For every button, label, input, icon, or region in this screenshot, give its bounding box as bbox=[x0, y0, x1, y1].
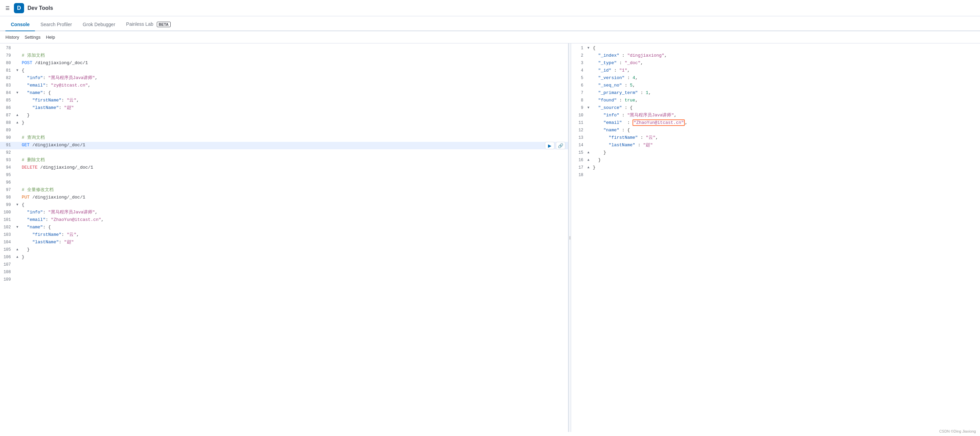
table-row: 104 "lastName": "赵" bbox=[0, 239, 568, 246]
list-item: 15 ▲ } bbox=[571, 149, 980, 157]
run-button[interactable]: ▶ bbox=[545, 142, 554, 149]
table-row: 88 ▲ } bbox=[0, 119, 568, 127]
table-row: 89 bbox=[0, 127, 568, 134]
app-icon: D bbox=[14, 3, 24, 13]
table-row: 87 ▲ } bbox=[0, 112, 568, 119]
watermark: CSDN ©Ding Jiaxiong bbox=[939, 429, 976, 432]
table-row: 108 bbox=[0, 269, 568, 276]
beta-badge: BETA bbox=[157, 22, 171, 27]
editor-panel: 78 79 # 添加文档 80 POST /dingjiaxiong/_doc/… bbox=[0, 43, 568, 432]
table-row: 84 ▼ "name": { bbox=[0, 89, 568, 97]
editor-content[interactable]: 78 79 # 添加文档 80 POST /dingjiaxiong/_doc/… bbox=[0, 43, 568, 432]
list-item: 9 ▼ "_source" : { bbox=[571, 105, 980, 112]
table-row: 92 bbox=[0, 149, 568, 157]
table-row: 96 bbox=[0, 179, 568, 187]
table-row: 85 "firstName": "云", bbox=[0, 97, 568, 105]
sub-nav: History Settings Help bbox=[0, 31, 980, 43]
hamburger-icon[interactable]: ☰ bbox=[5, 5, 10, 11]
list-item: 16 ▲ } bbox=[571, 157, 980, 164]
top-bar: ☰ D Dev Tools bbox=[0, 0, 980, 16]
list-item: 4 "_id" : "1", bbox=[571, 67, 980, 75]
table-row: 81 ▼ { bbox=[0, 67, 568, 75]
list-item: 2 "_index" : "dingjiaxiong", bbox=[571, 52, 980, 60]
table-row: 107 bbox=[0, 261, 568, 269]
table-row: 101 "email": "ZhaoYun@itcast.cn", bbox=[0, 216, 568, 224]
table-row: 86 "lastName": "赵" bbox=[0, 105, 568, 112]
subnav-help[interactable]: Help bbox=[46, 33, 55, 41]
table-row: 90 # 查询文档 bbox=[0, 134, 568, 142]
table-row: 106 ▲ } bbox=[0, 254, 568, 261]
table-row: 91 GET /dingjiaxiong/_doc/1 ▶ 🔗 bbox=[0, 142, 568, 149]
line-actions: ▶ 🔗 bbox=[545, 142, 565, 149]
app-title: Dev Tools bbox=[27, 5, 53, 11]
subnav-settings[interactable]: Settings bbox=[24, 33, 40, 41]
list-item: 18 bbox=[571, 172, 980, 179]
tab-grok-debugger[interactable]: Grok Debugger bbox=[77, 18, 121, 31]
output-content[interactable]: 1 ▼ { 2 "_index" : "dingjiaxiong", 3 "_t… bbox=[571, 43, 980, 432]
table-row: 83 "email": "zy@itcast.cn", bbox=[0, 82, 568, 89]
table-row: 95 bbox=[0, 172, 568, 179]
list-item: 14 "lastName" : "赵" bbox=[571, 142, 980, 149]
tab-painless-lab[interactable]: Painless Lab BETA bbox=[121, 18, 176, 31]
list-item: 5 "_version" : 4, bbox=[571, 75, 980, 82]
list-item: 1 ▼ { bbox=[571, 45, 980, 52]
table-row: 94 DELETE /dingjiaxiong/_doc/1 bbox=[0, 164, 568, 172]
panel-divider[interactable]: ‖ bbox=[568, 43, 571, 432]
nav-tabs: Console Search Profiler Grok Debugger Pa… bbox=[0, 16, 980, 31]
list-item: 12 "name" : { bbox=[571, 127, 980, 134]
tab-search-profiler[interactable]: Search Profiler bbox=[35, 18, 77, 31]
table-row: 79 # 添加文档 bbox=[0, 52, 568, 60]
table-row: 93 # 删除文档 bbox=[0, 157, 568, 164]
list-item: 13 "firstName" : "云", bbox=[571, 134, 980, 142]
table-row: 99 ▼ { bbox=[0, 202, 568, 209]
table-row: 100 "info": "黑马程序员Java讲师", bbox=[0, 209, 568, 216]
list-item: 8 "found" : true, bbox=[571, 97, 980, 105]
output-panel: 1 ▼ { 2 "_index" : "dingjiaxiong", 3 "_t… bbox=[571, 43, 980, 432]
table-row: 78 bbox=[0, 45, 568, 52]
tab-console[interactable]: Console bbox=[5, 18, 35, 31]
list-item: 3 "_type" : "_doc", bbox=[571, 60, 980, 67]
table-row: 97 # 全量修改文档 bbox=[0, 187, 568, 194]
table-row: 105 ▲ } bbox=[0, 246, 568, 254]
subnav-history[interactable]: History bbox=[5, 33, 19, 41]
table-row: 109 bbox=[0, 276, 568, 284]
main-container: 78 79 # 添加文档 80 POST /dingjiaxiong/_doc/… bbox=[0, 43, 980, 432]
list-item: 17 ▲ } bbox=[571, 164, 980, 172]
copy-button[interactable]: 🔗 bbox=[556, 142, 565, 149]
table-row: 98 PUT /dingjiaxiong/_doc/1 bbox=[0, 194, 568, 202]
list-item: 10 "info" : "黑马程序员Java讲师", bbox=[571, 112, 980, 119]
table-row: 102 ▼ "name": { bbox=[0, 224, 568, 231]
table-row: 82 "info": "黑马程序员Java讲师", bbox=[0, 75, 568, 82]
list-item: 11 "email" : "ZhaoYun@itcast.cn", bbox=[571, 119, 980, 127]
list-item: 6 "_seq_no" : 5, bbox=[571, 82, 980, 89]
highlight-box: "ZhaoYun@itcast.cn" bbox=[633, 119, 685, 126]
table-row: 80 POST /dingjiaxiong/_doc/1 bbox=[0, 60, 568, 67]
table-row: 103 "firstName": "云", bbox=[0, 231, 568, 239]
list-item: 7 "_primary_term" : 1, bbox=[571, 89, 980, 97]
